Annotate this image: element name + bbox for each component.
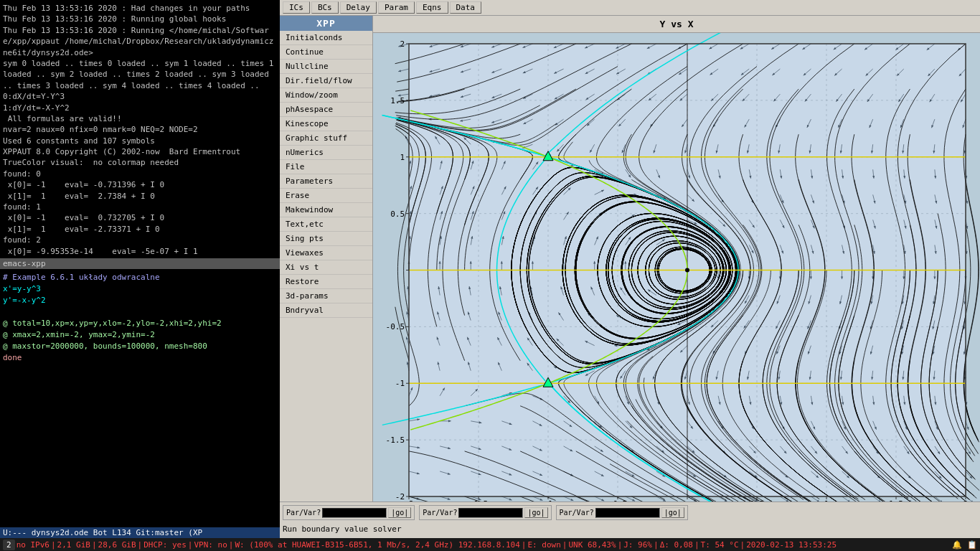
- terminal-line: nvar=2 naux=0 nfix=0 nmark=0 NEQ=2 NODE=…: [3, 124, 277, 135]
- xpp-menu-item-kinescope[interactable]: Kinescope: [280, 117, 372, 131]
- xpp-bottom: Par/Var? |go| Par/Var? |go| Par/Var? |go…: [280, 501, 980, 538]
- toolbar-button-param[interactable]: Param: [378, 1, 415, 14]
- modeline-text: U:--- dynsys2d.ode Bot L134 Git:master (…: [3, 528, 202, 537]
- phase-canvas: [373, 33, 980, 501]
- workspace-number: 2: [3, 540, 15, 550]
- xpp-menu-item-viewaxes[interactable]: Viewaxes: [280, 246, 372, 260]
- par-controls: Par/Var? |go| Par/Var? |go| Par/Var? |go…: [283, 505, 977, 520]
- par-group-2: Par/Var? |go|: [419, 505, 551, 520]
- terminal-line: found: 2: [3, 235, 277, 245]
- par-go-1[interactable]: |go|: [388, 507, 411, 518]
- terminal-line: x[0]= -1 eval= -0.731396 + I 0: [3, 179, 277, 190]
- par-input-1[interactable]: [322, 508, 387, 518]
- code-line: [3, 306, 277, 318]
- xpp-menu-item-windowzoom[interactable]: Window/zoom: [280, 88, 372, 103]
- code-line: @ xmax=2,xmin=-2, ymax=2,ymin=-2: [3, 329, 277, 341]
- xpp-menu-item-nullcline[interactable]: Nullcline: [280, 60, 372, 74]
- par-go-3[interactable]: |go|: [661, 507, 684, 518]
- toolbar-button-data[interactable]: Data: [450, 1, 482, 14]
- toolbar-button-eqns[interactable]: Eqns: [416, 1, 448, 14]
- j-percent: J: 96%: [623, 540, 652, 550]
- code-line: @ maxstor=2000000, bounds=100000, nmesh=…: [3, 341, 277, 352]
- xpp-menu-item-bndryval[interactable]: Bndryval: [280, 303, 372, 318]
- bottom-status-text: Run boundary value solver: [283, 524, 402, 534]
- xpp-menu-item-graphicstuff[interactable]: Graphic stuff: [280, 131, 372, 146]
- toolbar-button-ics[interactable]: ICs: [283, 1, 310, 14]
- xpp-menu-item-xivst[interactable]: Xi vs t: [280, 260, 372, 275]
- code-editor: # Example 6.6.1 układy odwracalnex'=y-y^…: [0, 269, 280, 527]
- xpp-menu-item-restore[interactable]: Restore: [280, 275, 372, 289]
- par-input-2[interactable]: [458, 508, 523, 518]
- xpp-menu-item-parameters[interactable]: Parameters: [280, 174, 372, 189]
- code-line: # Example 6.6.1 układy odwracalne: [3, 272, 277, 283]
- par-group-1: Par/Var? |go|: [283, 505, 415, 520]
- tray-icons: 🔔 📋: [952, 540, 977, 550]
- xpp-menu-item-textetc[interactable]: Text,etc: [280, 217, 372, 232]
- terminal-line: Thu Feb 13 13:53:16 2020 : Running globa…: [3, 14, 277, 24]
- plot-title: Y vs X: [373, 16, 980, 33]
- terminal-line: XPPAUT 8.0 Copyright (C) 2002-now Bard E…: [3, 146, 277, 157]
- xpp-menu-item-phasespace[interactable]: phAsespace: [280, 103, 372, 117]
- xpp-menu-items: InitialcondsContinueNullclineDir.field/f…: [280, 31, 372, 318]
- right-panel: ICsBCsDelayParamEqnsData XPP Initialcond…: [280, 0, 980, 538]
- emacs-modeline: U:--- dynsys2d.ode Bot L134 Git:master (…: [0, 527, 280, 538]
- delta-val: Δ: 0,08: [660, 540, 693, 550]
- disk-usage: 28,6 GiB: [98, 540, 136, 550]
- par-input-3[interactable]: [595, 508, 660, 518]
- terminal-line: found: 1: [3, 202, 277, 212]
- terminal-line: x[0]= -1 eval= 0.732705 + I 0: [3, 212, 277, 223]
- system-status-bar: 2 no IPv6 | 2,1 GiB | 28,6 GiB | DHCP: y…: [0, 538, 980, 551]
- par-go-2[interactable]: |go|: [524, 507, 547, 518]
- terminal-line: All formulas are valid!!: [3, 113, 277, 124]
- terminal-line: x[1]= 1 eval= -2.73371 + I 0: [3, 224, 277, 235]
- par-label-2: Par/Var?: [423, 509, 457, 517]
- terminal-line: 0:dX/dt=Y-Y^3: [3, 91, 277, 102]
- xpp-toolbar: ICsBCsDelayParamEqnsData: [280, 0, 980, 16]
- eth-status: E: down: [527, 540, 560, 550]
- terminal-output: Thu Feb 13 13:53:16 2020 : Had changes i…: [0, 0, 280, 258]
- xpp-menu: XPP InitialcondsContinueNullclineDir.fie…: [280, 16, 373, 501]
- code-line: @ total=10,xp=x,yp=y,xlo=-2,ylo=-2,xhi=2…: [3, 318, 277, 329]
- xpp-menu-item-erase[interactable]: Erase: [280, 189, 372, 203]
- par-label-1: Par/Var?: [286, 509, 321, 517]
- par-group-3: Par/Var? |go|: [556, 505, 688, 520]
- xpp-menu-title: XPP: [280, 16, 372, 31]
- terminal-line: Thu Feb 13 13:53:16 2020 : Running </hom…: [3, 25, 277, 58]
- temperature: T: 54 °C: [701, 540, 739, 550]
- toolbar-button-bcs[interactable]: BCs: [311, 1, 339, 14]
- datetime: 2020-02-13 13:53:25: [746, 540, 837, 550]
- terminal-line: x[1]= 1 eval= 2.7384 + I 0: [3, 191, 277, 202]
- xpp-menu-item-continue[interactable]: Continue: [280, 45, 372, 60]
- left-panel: Thu Feb 13 13:53:16 2020 : Had changes i…: [0, 0, 280, 538]
- xpp-menu-item-dirfieldflow[interactable]: Dir.field/flow: [280, 74, 372, 88]
- xpp-menu-item-file[interactable]: File: [280, 160, 372, 174]
- main-area: Thu Feb 13 13:53:16 2020 : Had changes i…: [0, 0, 980, 538]
- xpp-menu-item-numerics[interactable]: nUmerics: [280, 146, 372, 160]
- unk-percent: UNK 68,43%: [568, 540, 616, 550]
- code-line: y'=-x-y^2: [3, 295, 277, 306]
- status-bar-xpp: Run boundary value solver: [283, 523, 977, 535]
- code-line: x'=y-y^3: [3, 283, 277, 295]
- xpp-menu-item-3dparams[interactable]: 3d-params: [280, 289, 372, 303]
- xpp-menu-item-initialconds[interactable]: Initialconds: [280, 31, 372, 45]
- terminal-line: sym 0 loaded .. times 0 loaded .. sym 1 …: [3, 58, 277, 91]
- xpp-content: XPP InitialcondsContinueNullclineDir.fie…: [280, 16, 980, 501]
- dhcp-status: DHCP: yes: [143, 540, 187, 550]
- terminal-line: TrueColor visual: no colormap needed: [3, 157, 277, 168]
- terminal-line: Thu Feb 13 13:53:16 2020 : Had changes i…: [3, 3, 277, 14]
- code-line: done: [3, 352, 277, 364]
- wifi-info: W: (100% at HUAWEI-B315-6B51, 1 Mb/s, 2,…: [235, 540, 519, 550]
- plot-canvas-container: [373, 33, 980, 501]
- xpp-menu-item-makewindow[interactable]: Makewindow: [280, 203, 372, 217]
- no-ipv6: no IPv6: [17, 540, 50, 550]
- phase-plot: Y vs X: [373, 16, 980, 501]
- xpp-menu-item-singpts[interactable]: Sing pts: [280, 232, 372, 246]
- terminal-line: Used 6 constants and 107 symbols: [3, 136, 277, 146]
- terminal-line: x[0]= -9.95353e-14 eval= -5e-07 + I 1: [3, 246, 277, 257]
- vpn-status: VPN: no: [194, 540, 227, 550]
- ram-usage: 2,1 GiB: [57, 540, 90, 550]
- terminal-line: found: 0: [3, 169, 277, 179]
- terminal-line: 1:dY/dt=-X-Y^2: [3, 103, 277, 113]
- toolbar-button-delay[interactable]: Delay: [340, 1, 377, 14]
- emacs-divider: emacs-xpp: [0, 258, 280, 269]
